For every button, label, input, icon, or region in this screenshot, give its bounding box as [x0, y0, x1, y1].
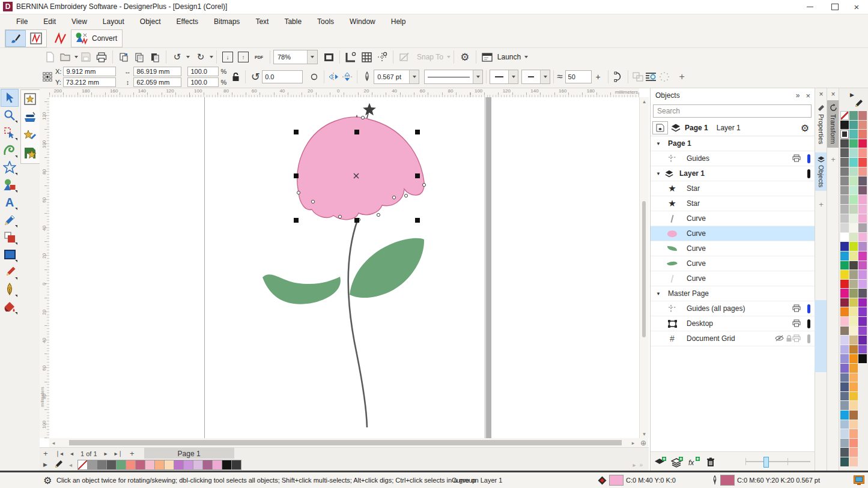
palette-swatch[interactable]: [849, 270, 858, 279]
close-curve-button[interactable]: [612, 70, 625, 83]
palette-swatch[interactable]: [231, 460, 241, 470]
show-guidelines-button[interactable]: [375, 50, 389, 64]
palette-swatch[interactable]: [840, 429, 849, 438]
palette-swatch[interactable]: [840, 139, 849, 148]
palette-swatch[interactable]: [849, 298, 858, 307]
lock-icon[interactable]: [786, 335, 792, 342]
new-layer-button[interactable]: [653, 456, 667, 469]
printable-icon[interactable]: [792, 319, 801, 327]
add-page-button[interactable]: +: [40, 449, 52, 458]
scroll-right-icon[interactable]: ▸: [629, 440, 637, 446]
outline-width-combo[interactable]: 0.567 pt: [374, 70, 419, 84]
show-grid-button[interactable]: [359, 50, 374, 64]
palette-swatch[interactable]: [840, 111, 849, 120]
palette-swatch[interactable]: [849, 392, 858, 401]
star-shape-large[interactable]: [363, 103, 376, 116]
scale-y-field[interactable]: 100.0: [187, 77, 219, 87]
palette-swatch[interactable]: [858, 289, 867, 298]
palette-swatch[interactable]: [849, 439, 858, 448]
last-page-button[interactable]: ▸❘: [111, 450, 126, 457]
palette-swatch[interactable]: [840, 233, 849, 242]
tree-row-curve-stem[interactable]: Curve: [651, 271, 815, 286]
palette-swatch[interactable]: [840, 176, 849, 185]
undo-button[interactable]: ↺: [170, 50, 184, 64]
flower-stem-curve[interactable]: [348, 220, 367, 427]
palette-swatch[interactable]: [858, 205, 867, 214]
palette-swatch[interactable]: [858, 327, 867, 336]
options-button[interactable]: ⚙: [458, 50, 472, 64]
palette-swatch[interactable]: [116, 460, 126, 470]
rotation-angle-field[interactable]: 0.0: [262, 70, 303, 83]
status-gear-icon[interactable]: ⚙: [43, 475, 52, 486]
palette-swatch[interactable]: [840, 223, 849, 232]
palette-swatch[interactable]: [849, 345, 858, 354]
palette-swatch[interactable]: [849, 429, 858, 438]
palette-swatch[interactable]: [840, 411, 849, 420]
palette-swatch[interactable]: [858, 345, 867, 354]
redo-dropdown-arrow[interactable]: [210, 56, 213, 58]
end-arrowhead-combo[interactable]: [521, 70, 550, 84]
docker-close-icon[interactable]: ×: [827, 88, 839, 100]
palette-swatch[interactable]: [849, 327, 858, 336]
palette-swatch[interactable]: [840, 448, 849, 457]
launch-icon-button[interactable]: [480, 50, 494, 64]
palette-swatch[interactable]: [849, 233, 858, 242]
palette-swatch[interactable]: [840, 345, 849, 354]
palette-swatch[interactable]: [840, 280, 849, 289]
zoom-scroll-icon[interactable]: ⊕: [639, 439, 648, 447]
eyedropper-tool[interactable]: [1, 264, 18, 280]
palette-swatch[interactable]: [840, 167, 849, 176]
cut-button[interactable]: [117, 50, 131, 64]
palette-swatch[interactable]: [858, 111, 867, 120]
smoothness-field[interactable]: 50: [565, 70, 592, 83]
menu-text[interactable]: Text: [247, 14, 276, 29]
palette-swatch[interactable]: [858, 195, 867, 204]
palette-swatch[interactable]: [849, 457, 858, 466]
expander-icon[interactable]: ▼: [656, 141, 663, 146]
right-leaf-curve[interactable]: [350, 238, 424, 298]
open-button[interactable]: [58, 50, 73, 64]
palette-swatch[interactable]: [858, 270, 867, 279]
first-page-button[interactable]: ❘◂: [52, 450, 67, 457]
mirror-vertical-button[interactable]: [341, 70, 354, 83]
tree-row-document-grid[interactable]: # Document Grid: [651, 331, 815, 346]
palette-flyout-icon[interactable]: ▶: [850, 92, 854, 98]
palette-swatch[interactable]: [849, 364, 858, 373]
palette-swatch[interactable]: [840, 373, 849, 382]
palette-swatch[interactable]: [840, 195, 849, 204]
tree-row-page1[interactable]: ▼ Page 1: [651, 136, 815, 151]
outline-pen-tool[interactable]: [1, 281, 18, 298]
ruler-origin-corner[interactable]: [40, 88, 50, 98]
palette-swatch[interactable]: [849, 317, 858, 326]
palette-swatch[interactable]: [849, 111, 858, 120]
palette-swatch[interactable]: [858, 176, 867, 185]
palette-swatch[interactable]: [840, 130, 849, 139]
add-docker-button[interactable]: +: [827, 154, 839, 166]
palette-swatch[interactable]: [858, 354, 867, 363]
mirror-horizontal-button[interactable]: [327, 70, 341, 83]
palette-swatch[interactable]: [849, 420, 858, 429]
y-position-field[interactable]: 73.212 mm: [63, 77, 116, 87]
printable-icon[interactable]: [792, 304, 801, 312]
opacity-slider[interactable]: [745, 461, 810, 462]
scroll-down-icon[interactable]: ▾: [640, 431, 649, 437]
menu-effects[interactable]: Effects: [169, 14, 206, 29]
drawing-pencil-tool[interactable]: [1, 211, 18, 228]
fill-status-group[interactable]: C:0 M:40 Y:0 K:0: [598, 475, 676, 486]
horizontal-scroll-thumb[interactable]: [69, 440, 622, 445]
freehand-curve-tool[interactable]: [1, 142, 18, 158]
convert-button[interactable]: Convert: [71, 31, 122, 46]
palette-swatch[interactable]: [840, 186, 849, 195]
tree-row-curve-stamen[interactable]: Curve: [651, 211, 815, 226]
zoom-dropdown[interactable]: [307, 50, 317, 64]
start-arrowhead-combo[interactable]: [490, 70, 518, 84]
palette-swatch[interactable]: [164, 460, 174, 470]
expander-icon[interactable]: ▼: [656, 291, 663, 297]
rectangle-tool[interactable]: [1, 246, 18, 263]
palette-swatch[interactable]: [849, 289, 858, 298]
palette-swatch[interactable]: [858, 121, 867, 130]
line-style-combo[interactable]: [424, 70, 483, 84]
save-design-tool[interactable]: [22, 145, 38, 161]
palette-swatch[interactable]: [849, 195, 858, 204]
palette-swatch[interactable]: [858, 307, 867, 316]
